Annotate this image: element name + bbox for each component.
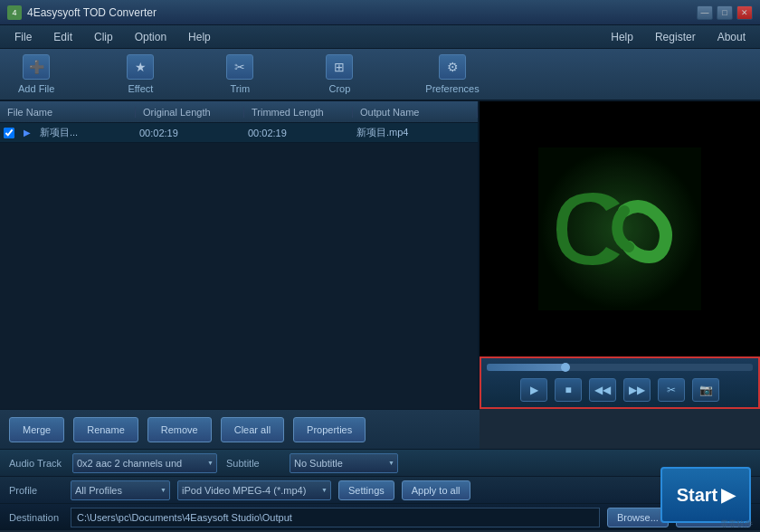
app-icon: 4 [7, 5, 22, 20]
menu-help[interactable]: Help [179, 29, 220, 45]
subtitle-select[interactable]: No Subtitle [290, 453, 398, 473]
start-label: Start [677, 485, 718, 506]
menu-about[interactable]: About [708, 29, 755, 45]
cell-filename: 新项目... [36, 126, 136, 139]
menu-help-right[interactable]: Help [602, 29, 642, 45]
file-list-body: ▶ 新项目... 00:02:19 00:02:19 新项目.mp4 [0, 123, 478, 409]
profile-label: Profile [9, 485, 63, 496]
destination-path: C:\Users\pc\Documents\4Easysoft Studio\O… [71, 508, 600, 527]
cell-trimmed: 00:02:19 [244, 128, 353, 138]
format-select[interactable]: iPod Video MPEG-4 (*.mp4) [177, 480, 331, 500]
clip-button[interactable]: ✂ [658, 378, 685, 402]
properties-button[interactable]: Properties [293, 417, 366, 442]
rewind-button[interactable]: ◀◀ [589, 378, 616, 402]
rename-button[interactable]: Rename [73, 417, 138, 442]
profile-select[interactable]: All Profiles [71, 480, 170, 500]
maximize-button[interactable]: □ [717, 5, 733, 20]
effect-icon: ★ [127, 54, 154, 80]
table-row[interactable]: ▶ 新项目... 00:02:19 00:02:19 新项目.mp4 [0, 123, 478, 143]
profile-wrapper: All Profiles [71, 480, 170, 500]
menu-right: Help Register About [602, 29, 755, 45]
video-preview [480, 101, 760, 356]
playback-buttons: ▶ ■ ◀◀ ▶▶ ✂ 📷 [487, 378, 753, 402]
menu-register[interactable]: Register [646, 29, 705, 45]
menu-clip[interactable]: Clip [85, 29, 122, 45]
preview-area: ▶ ■ ◀◀ ▶▶ ✂ 📷 [480, 101, 760, 409]
row-check-input[interactable] [4, 128, 14, 138]
snapshot-button[interactable]: 📷 [692, 378, 719, 402]
cell-output: 新项目.mp4 [353, 126, 478, 139]
preview-logo [538, 147, 701, 310]
row-checkbox[interactable] [0, 128, 18, 138]
destination-label: Destination [9, 512, 63, 523]
settings-bar: Audio Track 0x2 aac 2 channels und Subti… [0, 449, 760, 476]
playback-controls: ▶ ■ ◀◀ ▶▶ ✂ 📷 [480, 356, 760, 409]
col-header-filename: File Name [0, 107, 136, 118]
menu-file[interactable]: File [5, 29, 41, 45]
main-content: File Name Original Length Trimmed Length… [0, 101, 760, 409]
file-list-header: File Name Original Length Trimmed Length… [0, 101, 478, 123]
preferences-label: Preferences [425, 83, 479, 94]
title-bar-left: 4 4Easysyoft TOD Converter [7, 5, 157, 20]
crop-icon: ⊞ [326, 54, 353, 80]
toolbar-crop[interactable]: ⊞ Crop [326, 54, 353, 94]
crop-label: Crop [328, 83, 350, 94]
merge-button[interactable]: Merge [9, 417, 64, 442]
play-button[interactable]: ▶ [520, 378, 547, 402]
title-text: 4Easysyoft TOD Converter [27, 6, 157, 19]
stop-button[interactable]: ■ [555, 378, 582, 402]
trim-icon: ✂ [226, 54, 253, 80]
cell-original: 00:02:19 [136, 128, 244, 138]
add-file-label: Add File [18, 83, 54, 94]
start-button[interactable]: Start ▶ [660, 467, 751, 523]
browse-button[interactable]: Browse... [607, 508, 669, 527]
start-icon: ▶ [721, 484, 735, 506]
seekbar-thumb[interactable] [561, 363, 570, 372]
remove-button[interactable]: Remove [147, 417, 212, 442]
audio-track-wrapper: 0x2 aac 2 channels und [72, 453, 217, 473]
trim-label: Trim [231, 83, 251, 94]
subtitle-wrapper: No Subtitle [290, 453, 398, 473]
toolbar-preferences[interactable]: ⚙ Preferences [425, 54, 479, 94]
audio-track-select[interactable]: 0x2 aac 2 channels und [72, 453, 217, 473]
col-header-output: Output Name [353, 107, 478, 118]
menu-left: File Edit Clip Option Help [5, 29, 220, 45]
seekbar[interactable] [487, 364, 753, 371]
file-list-area: File Name Original Length Trimmed Length… [0, 101, 480, 409]
add-file-icon: ➕ [23, 54, 50, 80]
col-header-original: Original Length [136, 107, 244, 118]
bottom-buttons: Merge Rename Remove Clear all Properties [0, 409, 480, 449]
menu-edit[interactable]: Edit [44, 29, 81, 45]
destination-bar: Destination C:\Users\pc\Documents\4Easys… [0, 503, 760, 530]
window-controls: — □ ✕ [697, 5, 753, 20]
close-button[interactable]: ✕ [736, 5, 753, 20]
settings-button[interactable]: Settings [338, 480, 394, 500]
effect-label: Effect [128, 83, 153, 94]
toolbar-effect[interactable]: ★ Effect [127, 54, 154, 94]
preferences-icon: ⚙ [439, 54, 466, 80]
format-wrapper: iPod Video MPEG-4 (*.mp4) [177, 480, 331, 500]
audio-track-label: Audio Track [9, 458, 63, 469]
menu-option[interactable]: Option [126, 29, 176, 45]
forward-button[interactable]: ▶▶ [623, 378, 651, 402]
file-type-icon: ▶ [18, 128, 36, 138]
title-bar: 4 4Easysyoft TOD Converter — □ ✕ [0, 0, 760, 25]
toolbar: ➕ Add File ★ Effect ✂ Trim ⊞ Crop ⚙ Pref… [0, 49, 760, 101]
start-area: Start ▶ [660, 467, 751, 523]
clear-all-button[interactable]: Clear all [221, 417, 284, 442]
toolbar-add-file[interactable]: ➕ Add File [18, 54, 54, 94]
col-header-trimmed: Trimmed Length [244, 107, 353, 118]
apply-all-button[interactable]: Apply to all [402, 480, 470, 500]
toolbar-trim[interactable]: ✂ Trim [226, 54, 253, 94]
profile-bar: Profile All Profiles iPod Video MPEG-4 (… [0, 476, 760, 503]
menu-bar: File Edit Clip Option Help Help Register… [0, 25, 760, 49]
subtitle-label: Subtitle [226, 458, 280, 469]
minimize-button[interactable]: — [697, 5, 713, 20]
branding: 霏霏软件 [720, 518, 753, 530]
